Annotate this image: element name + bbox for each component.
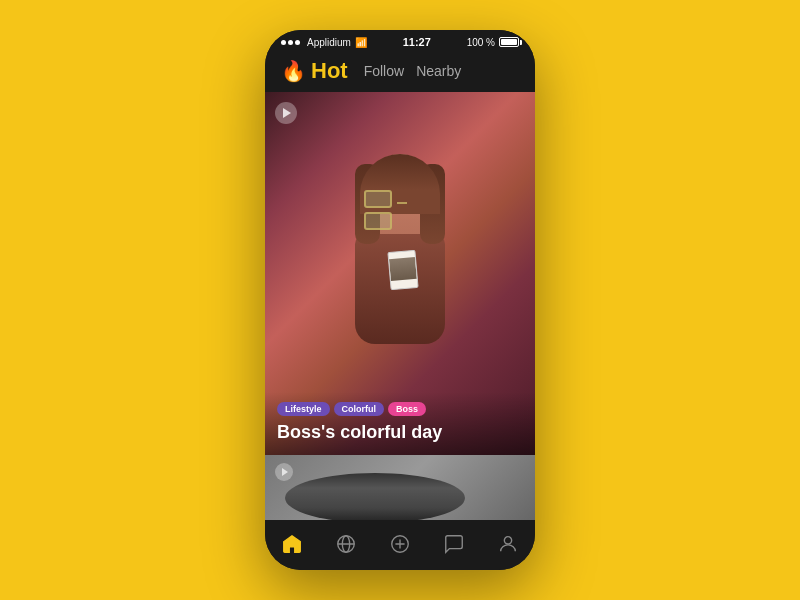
held-photo <box>387 249 418 289</box>
tab-follow[interactable]: Follow <box>364 61 404 81</box>
second-play-icon <box>282 468 288 476</box>
card-title: Boss's colorful day <box>277 422 523 443</box>
tab-nearby[interactable]: Nearby <box>416 61 461 81</box>
glasses-lens-right <box>364 212 392 230</box>
main-card[interactable]: Lifestyle Colorful Boss Boss's colorful … <box>265 92 535 455</box>
battery-fill <box>501 39 517 45</box>
app-title: 🔥 Hot <box>281 58 348 84</box>
tag-row: Lifestyle Colorful Boss <box>277 402 523 416</box>
profile-icon <box>497 533 519 555</box>
nav-add[interactable] <box>380 528 420 560</box>
dot1 <box>281 40 286 45</box>
content-area: Lifestyle Colorful Boss Boss's colorful … <box>265 92 535 520</box>
app-header: 🔥 Hot Follow Nearby <box>265 52 535 92</box>
dot3 <box>295 40 300 45</box>
explore-icon <box>335 533 357 555</box>
play-button[interactable] <box>275 102 297 124</box>
dot2 <box>288 40 293 45</box>
eye-graphic <box>285 473 465 521</box>
home-icon <box>281 533 303 555</box>
play-triangle-icon <box>283 108 291 118</box>
second-play-button[interactable] <box>275 463 293 481</box>
nav-profile[interactable] <box>488 528 528 560</box>
tag-colorful[interactable]: Colorful <box>334 402 385 416</box>
status-right: 100 % <box>467 37 519 48</box>
glasses <box>364 190 436 210</box>
app-name: Hot <box>311 58 348 84</box>
person-body <box>355 234 445 344</box>
chat-icon <box>443 533 465 555</box>
card-overlay: Lifestyle Colorful Boss Boss's colorful … <box>265 392 535 455</box>
svg-point-6 <box>504 537 511 544</box>
tag-lifestyle[interactable]: Lifestyle <box>277 402 330 416</box>
glasses-lens-left <box>364 190 392 208</box>
carrier-name: Applidium <box>307 37 351 48</box>
person-figure <box>320 144 480 404</box>
tag-boss[interactable]: Boss <box>388 402 426 416</box>
battery-icon <box>499 37 519 47</box>
nav-chat[interactable] <box>434 528 474 560</box>
nav-home[interactable] <box>272 528 312 560</box>
add-icon <box>389 533 411 555</box>
nav-tabs: Follow Nearby <box>364 61 462 81</box>
status-bar: Applidium 📶 11:27 100 % <box>265 30 535 52</box>
second-card-preview[interactable] <box>265 455 535 520</box>
nav-explore[interactable] <box>326 528 366 560</box>
signal-dots <box>281 40 300 45</box>
status-left: Applidium 📶 <box>281 37 367 48</box>
phone-frame: Applidium 📶 11:27 100 % 🔥 Hot Follow Nea… <box>265 30 535 570</box>
bottom-nav <box>265 520 535 570</box>
second-card-bg <box>265 455 535 520</box>
battery-pct: 100 % <box>467 37 495 48</box>
held-photo-inner <box>389 256 417 280</box>
glasses-bridge <box>397 202 407 204</box>
status-time: 11:27 <box>403 36 431 48</box>
wifi-icon: 📶 <box>355 37 367 48</box>
flame-icon: 🔥 <box>281 59 306 83</box>
